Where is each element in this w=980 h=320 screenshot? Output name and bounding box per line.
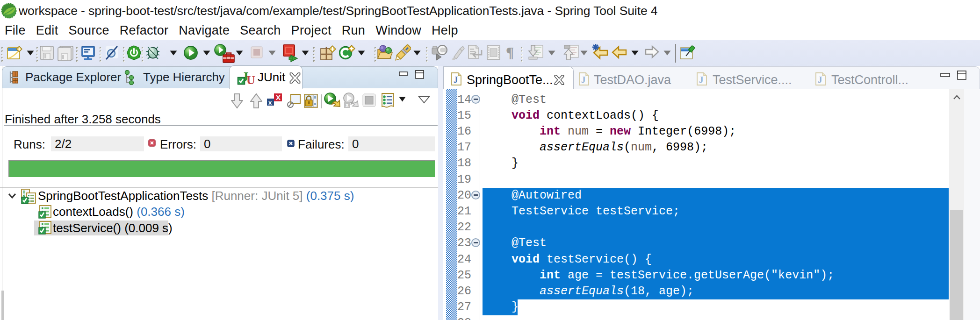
svg-text:J: J <box>699 75 704 85</box>
svg-text:x: x <box>346 102 349 108</box>
svg-text:x: x <box>268 99 272 106</box>
svg-text:J: J <box>581 75 586 85</box>
svg-text:J: J <box>454 75 458 85</box>
svg-text:U: U <box>246 73 255 87</box>
svg-text:X: X <box>276 93 281 101</box>
svg-text:J: J <box>818 75 822 85</box>
